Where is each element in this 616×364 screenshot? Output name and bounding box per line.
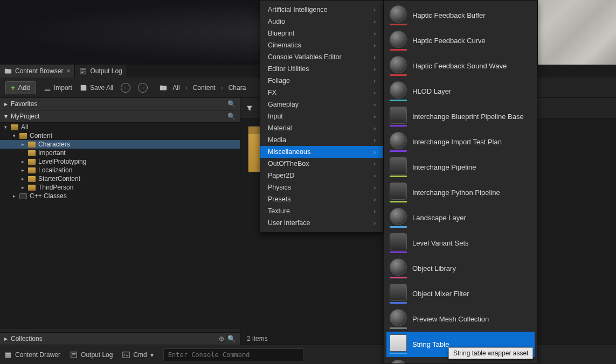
tree-item[interactable]: ▸C++ Classes — [0, 192, 240, 200]
asset-type-item[interactable]: Interchange Blueprint Pipeline Base — [386, 104, 535, 129]
save-all-label: Save All — [90, 84, 113, 92]
asset-type-item[interactable]: Interchange Import Test Plan — [386, 129, 535, 155]
menu-item[interactable]: Input› — [260, 110, 383, 122]
menu-item[interactable]: User Interface› — [260, 217, 383, 229]
menu-item-label: Miscellaneous — [268, 148, 310, 156]
tree-item[interactable]: ▾All — [0, 123, 240, 131]
add-collection-icon[interactable]: ⊕ — [219, 335, 224, 342]
menu-item[interactable]: FX› — [260, 87, 383, 99]
asset-type-item[interactable]: Haptic Feedback Curve — [386, 28, 535, 53]
asset-type-item[interactable]: Preview Mesh Collection — [386, 306, 535, 332]
nav-forward-button[interactable]: → — [138, 83, 148, 93]
menu-item[interactable]: Texture› — [260, 205, 383, 217]
breadcrumb-current[interactable]: Chara — [229, 84, 246, 92]
menu-item[interactable]: Paper2D› — [260, 170, 383, 181]
add-button[interactable]: +Add — [5, 81, 36, 94]
asset-underline — [390, 125, 407, 127]
asset-type-icon — [390, 258, 407, 276]
menu-item-label: Texture — [268, 207, 290, 215]
tree-item[interactable]: ▸StarterContent — [0, 174, 240, 183]
cmd-dropdown[interactable]: Cmd ▾ — [122, 351, 153, 359]
asset-type-item[interactable]: Object Library — [386, 256, 535, 281]
breadcrumb-all[interactable]: All — [172, 84, 179, 92]
chevron-down-icon[interactable]: ▾ — [13, 133, 18, 138]
menu-item[interactable]: Miscellaneous› — [260, 146, 383, 158]
tree-item[interactable]: Important — [0, 149, 240, 157]
menu-item[interactable]: Artificial Intelligence› — [260, 4, 383, 16]
menu-item-label: Presets — [268, 195, 290, 203]
menu-item-label: Foliage — [268, 77, 290, 85]
chevron-right-icon[interactable]: ▸ — [22, 167, 27, 173]
search-icon[interactable]: 🔍 — [227, 100, 236, 108]
menu-item[interactable]: Foliage› — [260, 75, 383, 87]
tab-content-browser[interactable]: Content Browser × — [0, 65, 75, 78]
menu-item[interactable]: Editor Utilities› — [260, 63, 383, 75]
menu-item[interactable]: Physics› — [260, 181, 383, 193]
asset-type-item[interactable]: Haptic Feedback Buffer — [386, 3, 535, 28]
project-header[interactable]: ▾ MyProject 🔍 — [0, 110, 240, 123]
folder-icon — [11, 124, 18, 130]
tree-item[interactable]: ▸Localization — [0, 166, 240, 174]
asset-underline — [390, 74, 407, 76]
chevron-right-icon: › — [374, 43, 376, 48]
close-icon[interactable]: × — [66, 67, 70, 75]
menu-item[interactable]: Material› — [260, 122, 383, 134]
tree-item[interactable]: ▾Content — [0, 131, 240, 140]
search-icon[interactable]: 🔍 — [227, 113, 236, 120]
menu-item[interactable]: Presets› — [260, 193, 383, 205]
asset-type-item[interactable]: Landscape Layer — [386, 205, 535, 230]
asset-type-label: Level Variant Sets — [412, 239, 469, 247]
folder-icon — [28, 150, 36, 156]
filter-icon[interactable] — [246, 104, 253, 112]
breadcrumb-content[interactable]: Content — [193, 84, 216, 92]
tree-item-label: Content — [30, 132, 52, 139]
asset-type-label: HLOD Layer — [412, 87, 451, 95]
plus-icon: + — [11, 83, 15, 92]
chevron-right-icon: › — [374, 19, 376, 25]
chevron-right-icon[interactable]: ▸ — [22, 142, 27, 147]
menu-item[interactable]: Console Variables Editor› — [260, 51, 383, 63]
favorites-header[interactable]: ▸ Favorites 🔍 — [0, 98, 240, 110]
asset-underline — [390, 327, 407, 329]
asset-type-label: Haptic Feedback Curve — [412, 37, 486, 45]
save-all-button[interactable]: Save All — [80, 84, 113, 92]
menu-item-label: Physics — [268, 184, 291, 191]
menu-item[interactable]: Audio› — [260, 16, 383, 27]
chevron-right-icon[interactable]: ▸ — [22, 185, 27, 190]
tree-item[interactable]: ▸Characters — [0, 140, 240, 149]
menu-item[interactable]: OutOfTheBox› — [260, 158, 383, 170]
content-drawer-button[interactable]: Content Drawer — [4, 351, 60, 359]
chevron-right-icon[interactable]: ▸ — [13, 193, 18, 199]
import-button[interactable]: Import — [44, 84, 72, 92]
output-log-button[interactable]: Output Log — [70, 351, 113, 359]
search-icon[interactable]: 🔍 — [227, 335, 236, 342]
collections-header[interactable]: ▸ Collections ⊕ 🔍 — [0, 332, 240, 345]
asset-type-item[interactable]: Interchange Python Pipeline — [386, 180, 535, 205]
project-label: MyProject — [11, 113, 39, 120]
tree-item[interactable]: ▸ThirdPerson — [0, 183, 240, 192]
asset-type-item[interactable]: HLOD Layer — [386, 79, 535, 104]
chevron-right-icon: › — [374, 31, 376, 37]
asset-type-item[interactable]: Haptic Feedback Sound Wave — [386, 53, 535, 79]
asset-type-label: Interchange Import Test Plan — [412, 138, 502, 146]
chevron-right-icon[interactable]: ▸ — [22, 176, 27, 181]
asset-type-icon — [390, 233, 407, 250]
menu-item[interactable]: Blueprint› — [260, 27, 383, 39]
folder-icon — [19, 133, 27, 139]
menu-item[interactable]: Gameplay› — [260, 99, 383, 110]
nav-back-button[interactable]: ← — [121, 83, 130, 93]
item-count: 2 items — [247, 335, 268, 342]
asset-type-item[interactable]: Object Mixer Filter — [386, 281, 535, 306]
chevron-right-icon[interactable]: ▸ — [22, 159, 27, 164]
tab-output-log[interactable]: Output Log — [75, 65, 127, 78]
menu-item-label: User Interface — [268, 219, 310, 227]
folder-icon — [28, 159, 36, 165]
chevron-down-icon[interactable]: ▾ — [4, 124, 10, 130]
asset-type-item[interactable]: Interchange Pipeline — [386, 155, 535, 180]
console-input[interactable] — [163, 348, 303, 361]
menu-item-label: Artificial Intelligence — [268, 6, 327, 13]
menu-item[interactable]: Cinematics› — [260, 39, 383, 51]
asset-type-item[interactable]: Level Variant Sets — [386, 230, 535, 256]
menu-item[interactable]: Media› — [260, 134, 383, 146]
tree-item[interactable]: ▸LevelPrototyping — [0, 157, 240, 166]
